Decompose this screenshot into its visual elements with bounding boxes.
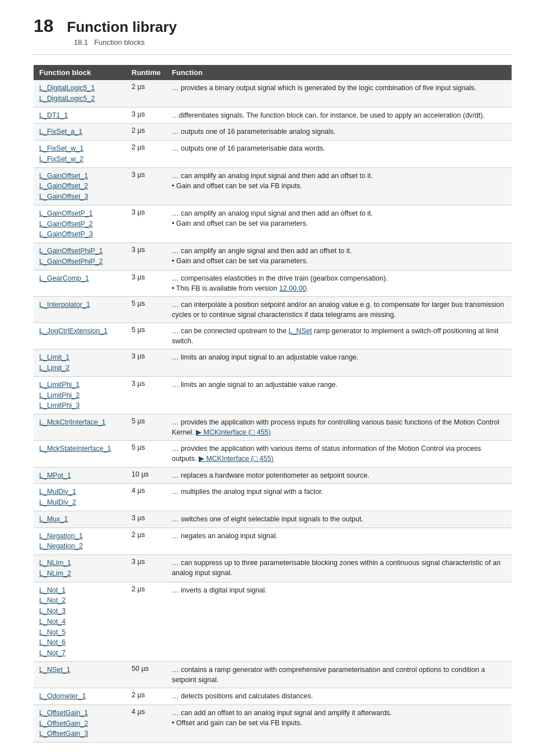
col-header-block: Function block: [34, 65, 126, 80]
block-link[interactable]: L_MulDiv_1: [39, 487, 120, 497]
col-header-runtime: Runtime: [126, 65, 166, 80]
cell-block: L_MPot_1: [34, 467, 126, 484]
cell-function: … provides the application with various …: [166, 441, 512, 467]
cell-block: L_Mux_1: [34, 511, 126, 528]
block-link[interactable]: L_MckStateInterface_1: [39, 444, 120, 454]
table-row: L_Mux_13 µs… switches one of eight selec…: [34, 511, 512, 528]
table-row: L_MulDiv_1L_MulDiv_24 µs… multiplies the…: [34, 484, 512, 511]
block-link[interactable]: L_GainOffsetP_3: [39, 229, 120, 240]
block-link[interactable]: L_Not_5: [39, 627, 120, 638]
block-link[interactable]: L_Not_6: [39, 637, 120, 648]
cell-function: … switches one of eight selectable input…: [166, 511, 512, 528]
cell-block: L_OffsetGain_1L_OffsetGain_2L_OffsetGain…: [34, 704, 126, 742]
block-link[interactable]: L_GearComp_1: [39, 273, 120, 284]
block-link[interactable]: L_DigitalLogic5_2: [39, 94, 120, 104]
block-link[interactable]: L_LimitPhi_3: [39, 400, 120, 411]
block-link[interactable]: L_DigitalLogic5_1: [39, 83, 120, 94]
inline-link[interactable]: L_NSet: [288, 327, 312, 335]
cell-runtime: 5 µs: [126, 414, 166, 441]
cell-function: … can be connected upstream to the L_NSe…: [166, 323, 512, 349]
cell-block: L_GearComp_1: [34, 270, 126, 296]
block-link[interactable]: L_OffsetGain_3: [39, 729, 120, 739]
table-row: L_Interpolator_15 µs… can interpolate a …: [34, 296, 512, 323]
block-link[interactable]: L_Not_4: [39, 617, 120, 627]
cell-runtime: 10 µs: [126, 467, 166, 484]
cell-block: L_GainOffsetPhiP_1L_GainOffsetPhiP_2: [34, 243, 126, 270]
block-link[interactable]: L_GainOffsetPhiP_2: [39, 256, 120, 267]
cell-runtime: 3 µs: [126, 511, 166, 528]
block-link[interactable]: L_GainOffsetP_1: [39, 208, 120, 219]
block-link[interactable]: L_Not_1: [39, 585, 120, 596]
cell-block: L_FixSet_a_1: [34, 124, 126, 141]
cell-function: … contains a ramp generator with compreh…: [166, 661, 512, 688]
block-link[interactable]: L_GainOffset_3: [39, 192, 120, 202]
cell-block: L_MulDiv_1L_MulDiv_2: [34, 484, 126, 511]
block-link[interactable]: L_Limit_2: [39, 363, 120, 374]
block-link[interactable]: L_Odometer_1: [39, 691, 120, 702]
cell-function: … limits an analog input signal to an ad…: [166, 349, 512, 377]
cell-block: L_Negation_1L_Negation_2: [34, 528, 126, 555]
inline-link[interactable]: 12.00.00: [279, 284, 307, 292]
block-link[interactable]: L_NLim_1: [39, 558, 120, 568]
cell-block: L_MckStateInterface_1: [34, 441, 126, 467]
cell-block: L_MckCtrlInterface_1: [34, 414, 126, 441]
block-link[interactable]: L_GainOffset_1: [39, 171, 120, 181]
block-link[interactable]: L_OffsetGain_1: [39, 708, 120, 718]
block-link[interactable]: L_Limit_1: [39, 352, 120, 363]
cell-runtime: 5 µs: [126, 296, 166, 323]
block-link[interactable]: L_Negation_1: [39, 531, 120, 542]
block-link[interactable]: L_Not_7: [39, 648, 120, 659]
cell-block: L_Odometer_1: [34, 688, 126, 705]
block-link[interactable]: L_Mux_1: [39, 514, 120, 525]
cell-function: … outputs one of 16 parameterisable anal…: [166, 124, 512, 141]
chapter-title: Function library: [67, 18, 177, 36]
table-row: L_GainOffsetPhiP_1L_GainOffsetPhiP_23 µs…: [34, 243, 512, 270]
cell-runtime: 3 µs: [126, 107, 166, 124]
cell-runtime: 3 µs: [126, 349, 166, 377]
block-link[interactable]: L_LimitPhi_1: [39, 380, 120, 390]
table-row: L_MckStateInterface_15 µs… provides the …: [34, 441, 512, 467]
cell-function: … compensates elasticities in the drive …: [166, 270, 512, 296]
block-link[interactable]: L_FixSet_a_1: [39, 127, 120, 137]
cell-block: L_DT1_1: [34, 107, 126, 124]
cell-block: L_Interpolator_1: [34, 296, 126, 323]
cell-block: L_NSet_1: [34, 661, 126, 688]
table-row: L_NLim_1L_NLim_23 µs… can suppress up to…: [34, 555, 512, 582]
block-link[interactable]: L_GainOffsetP_2: [39, 219, 120, 230]
block-link[interactable]: L_NSet_1: [39, 665, 120, 675]
table-row: L_GainOffsetP_1L_GainOffsetP_2L_GainOffs…: [34, 205, 512, 242]
cell-function: … limits an angle signal to an adjustabl…: [166, 376, 512, 414]
block-link[interactable]: L_NLim_2: [39, 568, 120, 579]
table-header-row: Function block Runtime Function: [34, 65, 512, 80]
cell-runtime: 3 µs: [126, 167, 166, 205]
cell-function: …differentiates signals. The function bl…: [166, 107, 512, 124]
page-header: 18 Function library: [34, 17, 512, 36]
block-link[interactable]: L_OffsetGain_2: [39, 718, 120, 729]
block-link[interactable]: L_Not_2: [39, 595, 120, 606]
block-link[interactable]: L_DT1_1: [39, 110, 120, 121]
block-link[interactable]: L_MckCtrlInterface_1: [39, 417, 120, 428]
inline-link[interactable]: ▶ MCKInterface (□ 455): [196, 428, 271, 436]
table-row: L_Not_1L_Not_2L_Not_3L_Not_4L_Not_5L_Not…: [34, 582, 512, 661]
block-link[interactable]: L_FixSet_w_2: [39, 154, 120, 165]
cell-function: … inverts a digital input signal.: [166, 582, 512, 661]
block-link[interactable]: L_Interpolator_1: [39, 300, 120, 310]
inline-link[interactable]: ▶ MCKInterface (□ 455): [199, 455, 274, 463]
block-link[interactable]: L_GainOffsetPhiP_1: [39, 246, 120, 256]
cell-block: L_LimitPhi_1L_LimitPhi_2L_LimitPhi_3: [34, 376, 126, 414]
block-link[interactable]: L_LimitPhi_2: [39, 390, 120, 401]
block-link[interactable]: L_Negation_2: [39, 541, 120, 552]
block-link[interactable]: L_Not_3: [39, 606, 120, 617]
cell-runtime: 2 µs: [126, 141, 166, 168]
block-link[interactable]: L_MPot_1: [39, 470, 120, 481]
table-row: L_FixSet_w_1L_FixSet_w_22 µs… outputs on…: [34, 141, 512, 168]
block-link[interactable]: L_GainOffset_2: [39, 181, 120, 192]
cell-function: … provides the application with process …: [166, 414, 512, 441]
cell-runtime: 4 µs: [126, 704, 166, 742]
block-link[interactable]: L_JogCtrlExtension_1: [39, 326, 120, 337]
cell-block: L_DigitalLogic5_1L_DigitalLogic5_2: [34, 80, 126, 107]
block-link[interactable]: L_MulDiv_2: [39, 497, 120, 508]
block-link[interactable]: L_FixSet_w_1: [39, 143, 120, 154]
cell-runtime: 3 µs: [126, 243, 166, 270]
table-row: L_GearComp_13 µs… compensates elasticiti…: [34, 270, 512, 296]
